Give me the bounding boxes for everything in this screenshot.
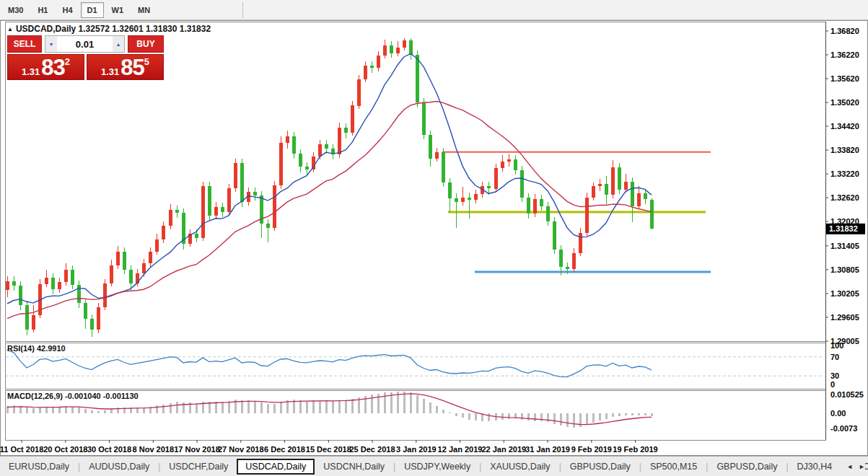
volume-decrease-button[interactable]: ▼ (45, 36, 57, 52)
tab-usdcnh-daily[interactable]: USDCNH,Daily (315, 459, 393, 475)
price-axis-label: 1.33220 (830, 169, 859, 178)
tab-gbpusd-daily[interactable]: GBPUSD,Daily (708, 459, 786, 475)
date-axis-label: 6 Dec 2018 (264, 445, 305, 454)
symbol-tab-bar: EURUSD,Daily|AUDUSD,Daily|USDCHF,DailyUS… (0, 456, 868, 476)
timeframe-toolbar: M30H1H4D1W1MN (0, 0, 868, 20)
macd-bar (377, 394, 380, 414)
macd-bar (78, 407, 80, 413)
candle-body (129, 270, 133, 283)
date-axis-label: 22 Jan 2019 (481, 445, 526, 454)
macd-bar (423, 399, 425, 413)
timeframe-button-MN[interactable]: MN (131, 2, 157, 18)
tab-sp500-m15[interactable]: SP500,M15 (641, 459, 706, 475)
candle-body (527, 198, 530, 214)
candle-body (585, 198, 589, 233)
candle-body (253, 192, 257, 196)
macd-axis-label: 0.00 (830, 409, 846, 418)
candle-body (97, 307, 100, 330)
volume-spinner: ▼ 0.01 ▲ (45, 35, 125, 53)
price-axis-label: 1.29605 (830, 313, 859, 322)
tab-usdcad-daily[interactable]: USDCAD,Daily (237, 459, 315, 475)
macd-bar (32, 408, 35, 413)
candle-body (103, 283, 107, 307)
macd-bar (222, 402, 224, 413)
volume-increase-button[interactable]: ▲ (113, 36, 124, 52)
tab-audusd-daily[interactable]: AUDUSD,Daily (80, 459, 158, 475)
price-axis-label: 1.33820 (830, 146, 859, 154)
tab-xauusd-daily[interactable]: XAUUSD,Daily (481, 459, 558, 475)
macd-bar (280, 402, 282, 413)
macd-bar (501, 413, 504, 420)
candle-body (474, 194, 478, 200)
candle-body (214, 207, 218, 216)
date-axis-label: 8 Nov 2018 (133, 445, 174, 454)
candle-body (175, 210, 179, 213)
tab-usdjpy-weekly[interactable]: USDJPY,Weekly (395, 459, 479, 475)
candle-body (64, 270, 68, 283)
timeframe-button-W1[interactable]: W1 (105, 2, 131, 18)
date-axis-label: 15 Dec 2018 (306, 445, 351, 454)
candle-body (318, 144, 322, 157)
chart-title-text: USDCAD,Daily 1.32572 1.32601 1.31830 1.3… (16, 24, 211, 34)
macd-bar (260, 402, 263, 413)
candle-body (429, 135, 432, 159)
sell-price-button[interactable]: 1.31 83 2 (7, 54, 84, 80)
macd-axis-label: -0.0073 (830, 424, 857, 433)
macd-bar (534, 413, 536, 421)
candle-body (142, 263, 146, 273)
candle-body (344, 128, 348, 133)
macd-bar (462, 413, 464, 418)
tab-scroll-left-icon[interactable]: ◄ (846, 463, 853, 470)
macd-bar (110, 409, 113, 413)
timeframe-button-M30[interactable]: M30 (1, 2, 30, 18)
candle-body (305, 167, 309, 169)
timeframe-button-H4[interactable]: H4 (56, 2, 79, 18)
candle-body (58, 282, 61, 289)
macd-bar (638, 413, 640, 415)
candle-body (123, 252, 126, 270)
macd-bar (566, 413, 569, 427)
tab-dj30-h4[interactable]: DJ30,H4 (789, 459, 841, 475)
date-axis-label: 27 Nov 2018 (218, 445, 264, 454)
sell-button[interactable]: SELL (7, 35, 42, 53)
price-axis-label: 1.35620 (830, 74, 859, 83)
macd-bar (325, 400, 328, 413)
candle-body (19, 286, 22, 304)
candle-body (169, 210, 172, 226)
candle-body (77, 285, 81, 303)
macd-bar (45, 407, 48, 413)
candle-body (396, 48, 400, 53)
candle-body (540, 199, 543, 206)
buy-price-button[interactable]: 1.31 85 5 (87, 54, 164, 80)
candle-body (201, 186, 205, 238)
macd-bar (162, 405, 165, 413)
candle-body (514, 159, 517, 170)
candle-wick (463, 187, 463, 206)
tab-gbpusd-daily[interactable]: GBPUSD,Daily (561, 459, 639, 475)
candle-body (32, 315, 35, 330)
macd-bar (442, 410, 444, 414)
macd-bar (97, 411, 100, 413)
tab-eurusd-daily[interactable]: EURUSD,Daily (0, 459, 78, 475)
candle-body (12, 281, 16, 286)
macd-bar (560, 413, 562, 426)
buy-button[interactable]: BUY (128, 35, 164, 53)
timeframe-button-H1[interactable]: H1 (31, 2, 54, 18)
macd-bar (384, 392, 386, 413)
macd-bar (338, 400, 341, 413)
candle-body (240, 163, 244, 202)
tab-usdchf-daily[interactable]: USDCHF,Daily (160, 459, 237, 475)
price-axis-label: 1.36820 (830, 27, 859, 35)
macd-bar (267, 404, 269, 413)
candle-body (572, 253, 576, 269)
macd-bar (553, 413, 556, 424)
candle-body (155, 239, 159, 252)
macd-bar (651, 413, 653, 416)
volume-field[interactable]: 0.01 (57, 36, 113, 52)
candle-body (579, 233, 582, 253)
timeframe-button-D1[interactable]: D1 (81, 2, 104, 18)
tab-scroll-right-icon[interactable]: ► (859, 463, 865, 470)
date-axis-label: 19 Feb 2019 (613, 445, 657, 454)
macd-bar (488, 413, 490, 421)
candle-body (116, 252, 120, 265)
